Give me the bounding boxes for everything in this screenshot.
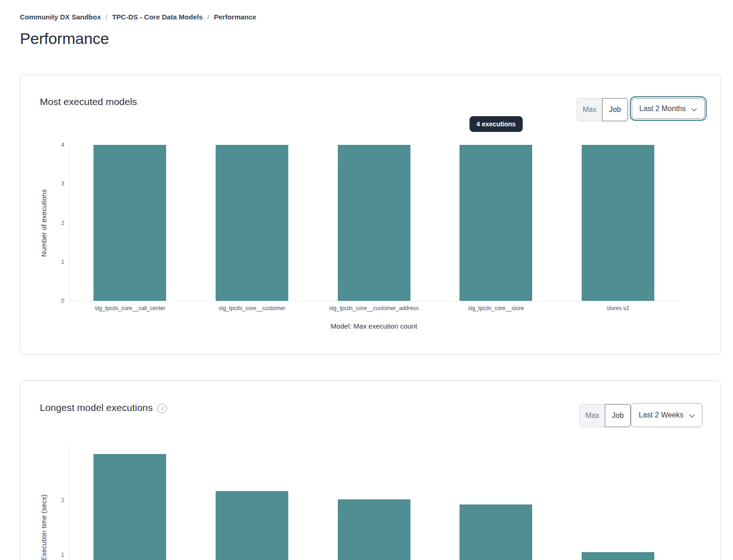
y-axis-tick: 3 — [41, 180, 64, 187]
chart-bar[interactable] — [338, 499, 410, 560]
chart-bar[interactable] — [93, 454, 166, 560]
breadcrumb-item-current: Performance — [214, 13, 256, 21]
most-executed-models-card: Most executed models Max Job Last 2 Mont… — [20, 75, 721, 355]
y-axis-tick: 4 — [41, 142, 64, 148]
y-axis-tick: 0 — [41, 298, 64, 304]
chart-bar[interactable] — [460, 145, 532, 301]
y-axis-line — [69, 446, 69, 560]
x-axis-line — [69, 301, 679, 301]
toggle-job-button[interactable]: Job — [605, 404, 631, 427]
y-axis-title: Execution time (secs) — [40, 494, 48, 560]
x-axis-label: stg_tpcds_core__customer — [191, 305, 313, 311]
chart-bar[interactable] — [582, 145, 654, 301]
y-axis-tick: 1 — [41, 259, 64, 265]
x-axis-label: stg_tpcds_core__store — [435, 305, 557, 311]
longest-model-executions-card: Longest model executions i Max Job Last … — [20, 380, 721, 560]
chart-bar[interactable] — [460, 504, 532, 560]
toggle-job-button[interactable]: Job — [602, 98, 628, 121]
chart-bar[interactable] — [216, 491, 288, 560]
page-title: Performance — [20, 30, 109, 48]
breadcrumb-separator: / — [106, 13, 107, 21]
y-axis-line — [69, 145, 69, 301]
chart-bar[interactable] — [93, 145, 166, 301]
breadcrumb-item-project[interactable]: Community DX Sandbox — [20, 13, 101, 21]
chart-bar[interactable] — [216, 145, 288, 301]
breadcrumb-separator: / — [207, 13, 209, 21]
x-axis-label: stores.v2 — [557, 305, 679, 311]
breadcrumb-item-environment[interactable]: TPC-DS - Core Data Models — [112, 13, 203, 21]
breadcrumb: Community DX Sandbox / TPC-DS - Core Dat… — [20, 13, 256, 21]
x-axis-title: Model: Max execution count — [69, 322, 679, 330]
chart-bar[interactable] — [582, 552, 654, 560]
x-axis-label: stg_tpcds_core__call_center — [69, 305, 191, 311]
y-axis-title: Number of executions — [40, 189, 48, 257]
chart-tooltip: 4 executions — [470, 116, 523, 132]
x-axis-label: stg_tpcds_core__customer_address — [313, 305, 435, 311]
chart-bar[interactable] — [338, 145, 410, 301]
